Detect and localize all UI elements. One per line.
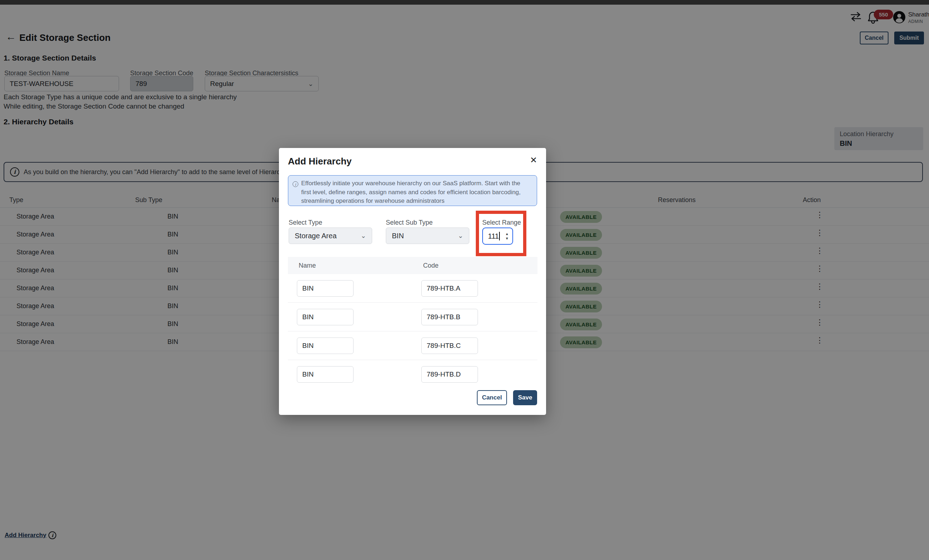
- chevron-down-icon: ⌄: [458, 232, 463, 240]
- modal-table-row: [288, 303, 538, 331]
- modal-title: Add Hierarchy: [288, 156, 352, 167]
- add-hierarchy-modal: Add Hierarchy ✕ i Effortlessly initiate …: [279, 148, 546, 415]
- select-sub-type-value: BIN: [392, 232, 404, 240]
- modal-save-button[interactable]: Save: [513, 390, 537, 405]
- select-range-input[interactable]: 111 ▲ ▼: [482, 228, 513, 245]
- select-sub-type-dropdown[interactable]: BIN ⌄: [386, 228, 469, 244]
- select-range-value: 111: [488, 232, 499, 240]
- bin-code-input[interactable]: [421, 338, 478, 354]
- select-type-dropdown[interactable]: Storage Area ⌄: [289, 228, 372, 244]
- modal-table-row: [288, 331, 538, 360]
- bin-name-input[interactable]: [297, 280, 354, 297]
- number-stepper[interactable]: ▲ ▼: [505, 232, 509, 240]
- select-range-label: Select Range: [482, 219, 521, 226]
- stepper-down-icon[interactable]: ▼: [505, 237, 509, 240]
- select-type-label: Select Type: [289, 219, 322, 226]
- modal-cancel-button[interactable]: Cancel: [477, 390, 507, 405]
- modal-table-row: [288, 360, 538, 389]
- bin-name-input[interactable]: [297, 366, 354, 383]
- modal-table-rows: [288, 274, 538, 389]
- bin-name-input[interactable]: [297, 338, 354, 354]
- bin-name-input[interactable]: [297, 309, 354, 325]
- modal-header-name: Name: [299, 262, 316, 269]
- close-icon[interactable]: ✕: [530, 156, 537, 164]
- bin-code-input[interactable]: [421, 366, 478, 383]
- modal-header-code: Code: [423, 262, 438, 269]
- stepper-up-icon[interactable]: ▲: [505, 232, 509, 236]
- select-sub-type-label: Select Sub Type: [386, 219, 433, 226]
- bin-code-input[interactable]: [421, 280, 478, 297]
- modal-info-box: i Effortlessly initiate your warehouse h…: [288, 175, 537, 206]
- text-caret: [499, 232, 500, 240]
- select-type-value: Storage Area: [295, 232, 337, 240]
- modal-table-header: Name Code: [288, 257, 538, 274]
- chevron-down-icon: ⌄: [361, 232, 366, 240]
- modal-info-text: Effortlessly initiate your warehouse hie…: [301, 179, 531, 206]
- info-icon: i: [293, 181, 298, 187]
- modal-table-row: [288, 274, 538, 303]
- bin-code-input[interactable]: [421, 309, 478, 325]
